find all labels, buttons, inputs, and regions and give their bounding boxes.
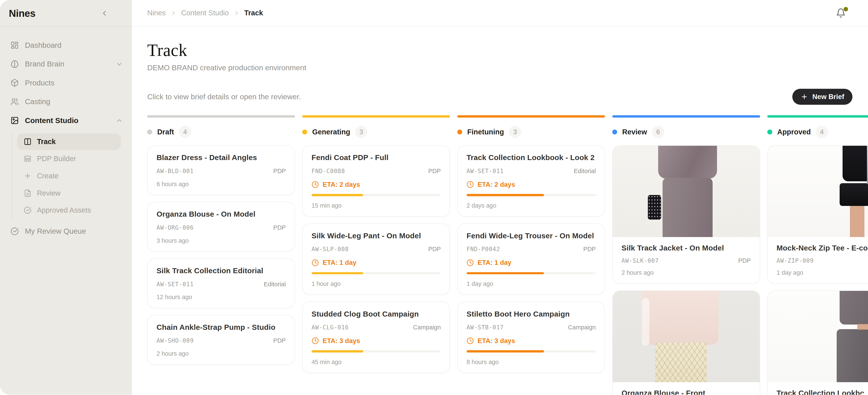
new-brief-button[interactable]: New Brief [792, 89, 852, 105]
sidebar-subitem-review[interactable]: Review [17, 185, 121, 202]
brief-card[interactable]: Studded Clog Boot Campaign AW-CLG-016 Ca… [302, 302, 450, 373]
brief-meta: AW-SET-011 Editorial [467, 168, 596, 175]
brief-title: Studded Clog Boot Campaign [312, 310, 441, 318]
brief-title: Mock-Neck Zip Tee - E-comm [777, 244, 868, 252]
sidebar-subitem-label: Create [37, 172, 59, 180]
chevron-right-icon [170, 10, 177, 17]
brief-timestamp: 15 min ago [312, 202, 441, 209]
brief-type-badge: PDP [273, 224, 286, 231]
column-name: Generating [312, 128, 350, 136]
sidebar-item-dashboard[interactable]: Dashboard [0, 36, 126, 55]
brief-card[interactable]: Track Collection Lookbook - L AW-SET-010 [767, 291, 868, 395]
column-accent-bar [767, 115, 868, 118]
brief-timestamp: 8 hours ago [467, 359, 596, 366]
brief-card[interactable]: Mock-Neck Zip Tee - E-comm AW-ZIP-009 1 … [767, 145, 868, 284]
brief-timestamp: 12 hours ago [156, 294, 286, 301]
column-status-dot [302, 129, 307, 134]
brief-card[interactable]: Silk Track Collection Editorial AW-SET-0… [147, 258, 295, 308]
column-count-badge: 3 [509, 126, 521, 138]
clock-icon [312, 181, 319, 188]
photo-shape [867, 146, 868, 184]
chevron-right-icon [233, 10, 240, 17]
brief-card[interactable]: Fendi Wide-Leg Trouser - On Model FND-P0… [457, 223, 605, 295]
eta-row: ETA: 1 day [312, 259, 441, 267]
sidebar-item-content-studio[interactable]: Content Studio [0, 111, 126, 130]
photo-shape [642, 298, 649, 345]
brief-card[interactable]: Stiletto Boot Hero Campaign AW-STB-017 C… [457, 302, 605, 373]
column-status-dot [612, 129, 617, 134]
brief-card[interactable]: Fendi Coat PDP - Full FND-C0088 PDP ETA:… [302, 145, 450, 217]
brief-code: AW-CLG-016 [312, 324, 349, 331]
brief-meta: AW-SLK-007 PDP [622, 257, 751, 264]
brief-timestamp: 2 days ago [467, 202, 596, 209]
brief-code: AW-SHO-009 [156, 337, 194, 344]
column-status-dot [457, 129, 462, 134]
sidebar-item-brand-brain[interactable]: Brand Brain [0, 55, 126, 73]
brief-title: Fendi Wide-Leg Trouser - On Model [467, 232, 596, 240]
photo-shape [658, 146, 717, 179]
brief-title: Stiletto Boot Hero Campaign [467, 310, 596, 318]
sidebar-item-label: Casting [25, 97, 50, 106]
brief-title: Organza Blouse - Front [622, 389, 751, 395]
sidebar-collapse-button[interactable] [99, 8, 110, 19]
brief-thumbnail-zip-tee [768, 146, 868, 237]
package-icon [10, 79, 19, 87]
brief-type-badge: Editorial [264, 281, 286, 288]
eta-label: ETA: 1 day [477, 259, 512, 267]
brief-code: AW-ORG-006 [156, 224, 194, 231]
column-accent-bar [147, 115, 295, 118]
brief-type-badge: Campaign [568, 324, 596, 331]
sidebar-subitem-track[interactable]: Track [17, 133, 121, 150]
brief-card[interactable]: Blazer Dress - Detail Angles AW-BLD-001 … [147, 145, 295, 195]
brief-card[interactable]: Organza Blouse - Front AW-ORG-006 PDP [612, 291, 760, 395]
brief-title: Fendi Coat PDP - Full [312, 153, 441, 162]
sidebar-item-products[interactable]: Products [0, 73, 126, 92]
progress-fill [312, 194, 363, 196]
sidebar-subitem-label: Approved Assets [37, 206, 91, 214]
brief-meta: AW-SLP-008 PDP [312, 246, 441, 253]
sidebar-subitem-create[interactable]: Create [17, 168, 121, 184]
photo-shape [850, 206, 868, 237]
breadcrumb-link-content-studio[interactable]: Content Studio [181, 9, 228, 17]
notifications-button[interactable] [834, 6, 848, 20]
brief-code: FND-P0042 [467, 246, 500, 253]
brief-meta: AW-ORG-006 PDP [156, 224, 286, 231]
column-count-badge: 3 [355, 126, 367, 138]
eta-row: ETA: 3 days [312, 337, 441, 345]
brief-card[interactable]: Track Collection Lookbook - Look 2 AW-SE… [457, 145, 605, 217]
breadcrumb-link-nines[interactable]: Nines [147, 9, 166, 17]
column-header: Review 6 [612, 126, 760, 138]
brief-card-body: Organza Blouse - Front AW-ORG-006 PDP [613, 382, 760, 395]
progress-fill [312, 350, 363, 353]
brief-card[interactable]: Silk Track Jacket - On Model AW-SLK-007 … [612, 145, 760, 284]
sidebar-item-my-review-queue[interactable]: My Review Queue [0, 222, 126, 241]
brief-type-badge: PDP [273, 168, 286, 175]
eta-label: ETA: 2 days [322, 181, 360, 188]
brief-card[interactable]: Silk Wide-Leg Pant - On Model AW-SLP-008… [302, 223, 450, 295]
brief-card[interactable]: Organza Blouse - On Model AW-ORG-006 PDP… [147, 202, 295, 251]
board-column-finetuning: Finetuning 3 Track Collection Lookbook -… [457, 115, 605, 373]
file-text-icon [24, 189, 32, 197]
brief-code: AW-ZIP-009 [777, 257, 814, 264]
brief-code: AW-SET-011 [156, 281, 194, 288]
sidebar-subitem-approved-assets[interactable]: Approved Assets [17, 202, 121, 218]
sidebar-item-label: Dashboard [25, 41, 61, 50]
notification-dot [844, 7, 848, 11]
sidebar-header: Nines [0, 0, 132, 27]
sidebar-item-label: Products [25, 79, 54, 87]
sidebar-item-casting[interactable]: Casting [0, 92, 126, 111]
progress-bar [312, 350, 441, 353]
column-accent-bar [612, 115, 760, 118]
brief-type-badge: PDP [428, 168, 441, 175]
image-icon [10, 116, 19, 124]
brief-title: Track Collection Lookbook - L [777, 389, 868, 395]
brief-card[interactable]: Chain Ankle-Strap Pump - Studio AW-SHO-0… [147, 315, 295, 365]
dashboard-icon [10, 41, 19, 49]
column-accent-bar [457, 115, 605, 118]
breadcrumb: Nines Content Studio Track [147, 9, 263, 17]
board-hint-text: Click to view brief details or open the … [147, 93, 301, 101]
brief-type-badge: PDP [273, 337, 286, 344]
breadcrumb-current-track: Track [244, 9, 263, 17]
sidebar-subitem-pdp-builder[interactable]: PDP Builder [17, 150, 121, 167]
stage: Nines Dashboard Brand Brain [0, 0, 868, 395]
